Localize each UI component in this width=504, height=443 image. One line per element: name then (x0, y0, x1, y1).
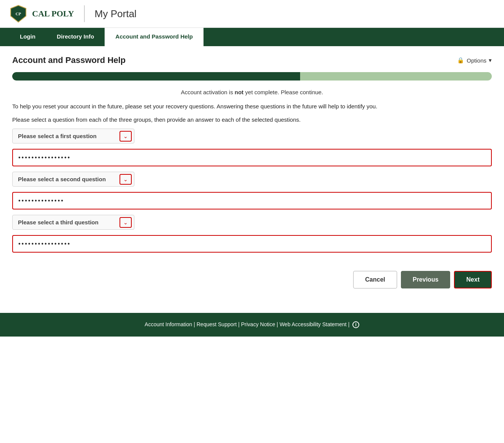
chevron-down-icon: ▾ (489, 57, 492, 64)
question-2-section: Please select a second question ⌄ (12, 172, 492, 215)
page-header-row: Account and Password Help 🔒 Options ▾ (12, 55, 492, 65)
third-answer-input[interactable] (12, 235, 492, 253)
page-title: Account and Password Help (12, 55, 126, 65)
description-2: Please select a question from each of th… (12, 116, 492, 124)
cal-poly-text: CAL POLY (32, 9, 74, 19)
cancel-button[interactable]: Cancel (353, 271, 397, 288)
activation-text-part1: Account activation is (181, 89, 235, 95)
footer-separator-3: | (277, 321, 280, 327)
cal-poly-logo: CP (9, 5, 27, 23)
third-question-chevron-icon: ⌄ (120, 217, 132, 228)
footer-privacy-link[interactable]: Privacy Notice (241, 321, 275, 327)
footer-account-info-link[interactable]: Account Information (145, 321, 192, 327)
svg-text:CP: CP (16, 11, 21, 16)
first-answer-input[interactable] (12, 149, 492, 166)
third-question-select[interactable]: Please select a third question ⌄ (12, 215, 134, 230)
options-button[interactable]: 🔒 Options ▾ (457, 57, 492, 64)
second-question-select[interactable]: Please select a second question ⌄ (12, 172, 134, 187)
footer-support-link[interactable]: Request Support (197, 321, 237, 327)
portal-title: My Portal (95, 8, 137, 20)
lock-icon: 🔒 (457, 57, 464, 64)
first-question-select[interactable]: Please select a first question ⌄ (12, 129, 134, 143)
nav-item-directory[interactable]: Directory Info (46, 28, 105, 46)
nav-item-account-password[interactable]: Account and Password Help (105, 28, 204, 46)
third-question-label: Please select a third question (13, 215, 120, 229)
actions-row: Cancel Previous Next (12, 267, 492, 288)
header: CP CAL POLY My Portal (0, 0, 504, 28)
footer-separator-4: | (348, 321, 351, 327)
second-question-chevron-icon: ⌄ (120, 174, 132, 185)
progress-bar-fill (12, 72, 300, 81)
footer-info-icon[interactable]: i (352, 321, 359, 328)
activation-text-part2: yet complete. Please continue. (244, 89, 323, 95)
question-1-section: Please select a first question ⌄ (12, 129, 492, 172)
question-3-section: Please select a third question ⌄ (12, 215, 492, 258)
first-question-chevron-icon: ⌄ (120, 131, 132, 142)
activation-message: Account activation is not yet complete. … (12, 89, 492, 95)
footer: Account Information | Request Support | … (0, 313, 504, 337)
main-content: Account and Password Help 🔒 Options ▾ Ac… (0, 46, 504, 298)
previous-button[interactable]: Previous (401, 271, 451, 288)
activation-text-bold: not (235, 89, 244, 95)
footer-separator-1: | (194, 321, 197, 327)
nav-bar: Login Directory Info Account and Passwor… (0, 28, 504, 46)
logo-divider (84, 5, 85, 22)
first-question-label: Please select a first question (13, 129, 120, 143)
nav-item-login[interactable]: Login (9, 28, 46, 46)
next-button[interactable]: Next (454, 271, 492, 288)
second-answer-input[interactable] (12, 192, 492, 209)
progress-bar-container (12, 72, 492, 81)
logo-area: CP CAL POLY My Portal (9, 5, 137, 23)
description-1: To help you reset your account in the fu… (12, 102, 492, 111)
footer-accessibility-link[interactable]: Web Accessibility Statement (279, 321, 347, 327)
options-label: Options (467, 57, 486, 64)
second-question-label: Please select a second question (13, 172, 120, 186)
